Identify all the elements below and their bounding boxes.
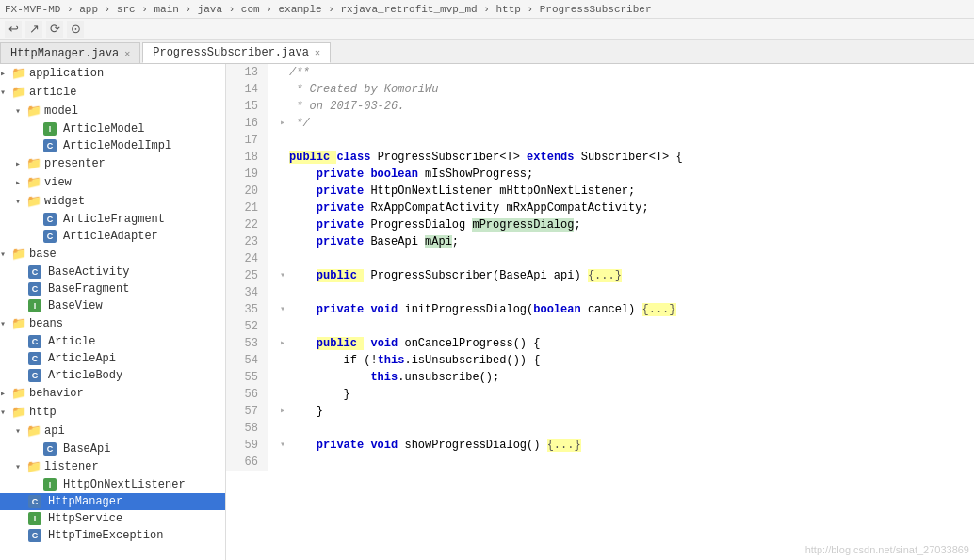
sidebar-item-model[interactable]: 📁model [0, 102, 225, 120]
sidebar-item-Article[interactable]: CArticle [0, 333, 225, 350]
sidebar-item-label: listener [44, 460, 99, 473]
code-text: private void initProgressDialog(boolean … [289, 301, 974, 318]
folder-arrow-icon[interactable] [15, 158, 26, 169]
code-line [276, 318, 974, 335]
tab-tab-httpmanager[interactable]: HttpManager.java✕ [0, 42, 140, 63]
sidebar-item-widget[interactable]: 📁widget [0, 192, 225, 211]
sidebar-item-view[interactable]: 📁view [0, 173, 225, 192]
code-line: ▾ private void showProgressDialog() {...… [276, 437, 974, 454]
code-line: ▸ } [276, 403, 974, 420]
sidebar-item-ArticleFragment[interactable]: CArticleFragment [0, 211, 225, 228]
code-text: private RxAppCompatActivity mRxAppCompat… [289, 200, 974, 216]
sidebar-item-label: beans [29, 317, 63, 330]
sidebar-item-HttpTimeException[interactable]: CHttpTimeException [0, 527, 225, 544]
fold-open-button[interactable]: ▾ [276, 267, 289, 284]
folder-arrow-icon[interactable] [0, 248, 11, 260]
line-number: 35 [226, 301, 263, 318]
line-number: 21 [226, 200, 263, 216]
folder-icon: 📁 [26, 194, 41, 209]
folder-arrow-icon[interactable] [15, 461, 26, 472]
sidebar-item-ArticleModel[interactable]: IArticleModel [0, 120, 225, 137]
sidebar-item-base[interactable]: 📁base [0, 245, 225, 264]
tab-close[interactable]: ✕ [315, 47, 320, 58]
code-editor[interactable]: 1314151617181920212223242534355253545556… [226, 64, 974, 560]
sidebar-item-ArticleAdapter[interactable]: CArticleAdapter [0, 228, 225, 245]
sidebar-item-behavior[interactable]: 📁behavior [0, 384, 225, 403]
code-line: private ProgressDialog mProgressDialog; [276, 216, 974, 233]
fold-open-button[interactable]: ▾ [276, 437, 289, 454]
sidebar-item-label: base [29, 248, 57, 261]
line-number: 66 [226, 454, 263, 471]
sidebar-item-ArticleBody[interactable]: CArticleBody [0, 367, 225, 384]
folder-arrow-icon[interactable] [15, 105, 26, 117]
folder-arrow-icon[interactable] [15, 177, 26, 188]
sidebar-item-label: widget [44, 195, 85, 208]
sidebar-item-label: BaseView [48, 299, 103, 312]
code-line: ▸ */ [276, 115, 974, 132]
sidebar-item-ArticleApi[interactable]: CArticleApi [0, 350, 225, 367]
sidebar-item-article[interactable]: 📁article [0, 83, 225, 102]
tab-tab-progresssubscriber[interactable]: ProgressSubscriber.java✕ [142, 42, 331, 63]
sidebar-item-BaseView[interactable]: IBaseView [0, 297, 225, 314]
toolbar-forward-button[interactable]: ↗ [25, 21, 42, 38]
fold-closed-button[interactable]: ▸ [276, 403, 289, 420]
main-area: 📁application📁article📁modelIArticleModelC… [0, 64, 974, 560]
sidebar-item-listener[interactable]: 📁listener [0, 457, 225, 476]
fold-closed-button[interactable]: ▸ [276, 115, 289, 132]
line-number: 54 [226, 352, 263, 369]
fold-closed-button[interactable]: ▸ [276, 335, 289, 352]
sidebar-item-http[interactable]: 📁http [0, 403, 225, 422]
code-line: * on 2017-03-26. [276, 98, 974, 115]
code-text: this.unsubscribe(); [289, 369, 974, 386]
code-text: private HttpOnNextListener mHttpOnNextLi… [289, 183, 974, 200]
fold-open-button[interactable]: ▾ [276, 301, 289, 318]
folder-icon: 📁 [11, 247, 26, 262]
sidebar-item-api[interactable]: 📁api [0, 422, 225, 440]
sidebar-item-BaseActivity[interactable]: CBaseActivity [0, 264, 225, 280]
line-number: 52 [226, 318, 263, 335]
line-number: 17 [226, 132, 263, 149]
sidebar-item-beans[interactable]: 📁beans [0, 314, 225, 333]
breadcrumb: FX-MVP-MD › app › src › main › java › co… [0, 0, 974, 19]
code-text: public ProgressSubscriber(BaseApi api) {… [289, 267, 974, 284]
line-number: 25 [226, 267, 263, 284]
line-number: 14 [226, 81, 263, 98]
line-number: 16 [226, 115, 263, 132]
code-line: private HttpOnNextListener mHttpOnNextLi… [276, 183, 974, 200]
line-number: 55 [226, 369, 263, 386]
line-number: 34 [226, 284, 263, 301]
toolbar-refresh-button[interactable]: ⟳ [46, 21, 63, 38]
sidebar-item-ArticleModelImpl[interactable]: CArticleModelImpl [0, 137, 225, 154]
folder-arrow-icon[interactable] [0, 68, 11, 79]
tab-close[interactable]: ✕ [124, 48, 130, 59]
interface-icon: I [28, 512, 41, 525]
folder-arrow-icon[interactable] [0, 318, 11, 329]
line-number: 24 [226, 250, 263, 267]
sidebar-item-presenter[interactable]: 📁presenter [0, 154, 225, 173]
folder-arrow-icon[interactable] [15, 425, 26, 437]
sidebar-item-label: ArticleModelImpl [63, 139, 171, 152]
sidebar-item-BaseApi[interactable]: CBaseApi [0, 440, 225, 457]
sidebar-item-label: HttpOnNextListener [63, 478, 186, 491]
sidebar-item-label: BaseFragment [48, 282, 129, 296]
sidebar-item-HttpManager[interactable]: CHttpManager [0, 493, 225, 510]
class-icon: C [28, 352, 41, 365]
sidebar-item-HttpService[interactable]: IHttpService [0, 510, 225, 527]
folder-icon: 📁 [26, 424, 41, 439]
folder-icon: 📁 [11, 85, 26, 100]
code-text: public class ProgressSubscriber<T> exten… [289, 149, 974, 166]
toolbar-target-button[interactable]: ⊙ [67, 21, 84, 38]
code-line: ▸ public void onCancelProgress() { [276, 335, 974, 352]
class-icon: C [43, 213, 57, 226]
sidebar-item-HttpOnNextListener[interactable]: IHttpOnNextListener [0, 476, 225, 493]
code-line: this.unsubscribe(); [276, 369, 974, 386]
code-text: private void showProgressDialog() {...} [289, 437, 974, 454]
folder-arrow-icon[interactable] [0, 388, 11, 399]
sidebar-item-application[interactable]: 📁application [0, 64, 225, 83]
sidebar-item-BaseFragment[interactable]: CBaseFragment [0, 280, 225, 297]
folder-arrow-icon[interactable] [0, 87, 11, 98]
toolbar-back-button[interactable]: ↩ [5, 21, 22, 38]
folder-arrow-icon[interactable] [0, 407, 11, 418]
interface-icon: I [28, 299, 41, 312]
folder-arrow-icon[interactable] [15, 196, 26, 207]
